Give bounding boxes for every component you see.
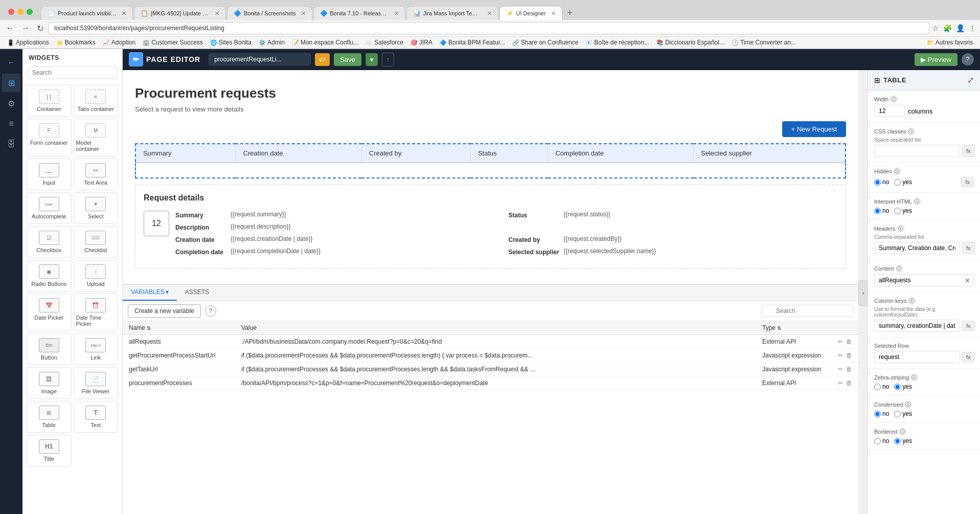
widget-form-container[interactable]: F Form container [27, 119, 72, 157]
collapse-right-panel-button[interactable]: › [858, 280, 868, 306]
column-keys-info-icon[interactable]: ⓘ [908, 297, 916, 304]
col-name-header[interactable]: Name ⇅ [123, 321, 235, 335]
variables-help-button[interactable]: ? [205, 305, 216, 317]
zebra-info-icon[interactable]: ⓘ [910, 374, 918, 381]
interpret-yes-option[interactable]: yes [894, 207, 912, 214]
selected-row-input[interactable] [874, 351, 960, 363]
headers-fx-button[interactable]: fx [962, 242, 975, 254]
widget-container[interactable]: [ ] Container [27, 85, 72, 117]
content-info-icon[interactable]: ⓘ [896, 265, 903, 272]
widget-radio-buttons[interactable]: ◉ Radio Buttons [27, 260, 72, 292]
hidden-yes-option[interactable]: yes [894, 178, 912, 186]
css-classes-input[interactable] [874, 145, 960, 157]
bookmark-time-converter[interactable]: 🕐Time Converter an... [728, 38, 799, 47]
bookmark-inbox[interactable]: 📧Boîte de réception... [582, 38, 652, 47]
widget-image[interactable]: 🖼 Image [27, 367, 72, 399]
bordered-no-option[interactable]: no [874, 437, 889, 444]
back-button[interactable]: ← [4, 23, 16, 34]
delete-var-button[interactable]: 🗑 [846, 352, 852, 359]
headers-info-icon[interactable]: ⓘ [897, 225, 904, 232]
edit-var-button[interactable]: ✏ [838, 338, 843, 345]
interpret-html-info-icon[interactable]: ⓘ [914, 198, 921, 205]
widget-upload[interactable]: ↑ Upload [74, 260, 119, 292]
menu-button[interactable]: ⋮ [969, 24, 976, 32]
sidebar-layers-button[interactable]: ≡ [2, 115, 20, 133]
maximize-button[interactable] [27, 9, 33, 15]
widget-date-time-picker[interactable]: ⏰ Date Time Picker [74, 294, 119, 331]
save-button[interactable]: Save [334, 53, 361, 66]
widget-button[interactable]: Btn Button [27, 333, 72, 365]
close-button[interactable] [8, 9, 14, 15]
minimize-button[interactable] [17, 9, 24, 15]
widget-textarea[interactable]: ≡≡ Text Area [74, 159, 119, 190]
column-keys-fx-button[interactable]: fx [962, 321, 975, 331]
sidebar-widgets-button[interactable]: ⊞ [2, 74, 20, 92]
main-data-table[interactable]: Summary Creation date Created by Status … [135, 143, 846, 178]
reload-button[interactable]: ↻ [35, 23, 45, 34]
tab-close-icon[interactable]: ✕ [487, 10, 492, 17]
width-input[interactable] [874, 105, 905, 117]
sidebar-data-button[interactable]: 🗄 [2, 135, 20, 153]
selected-row-fx-button[interactable]: fx [962, 352, 975, 362]
bookmark-applications[interactable]: 📱Applications [4, 38, 52, 47]
tab-close-icon[interactable]: ✕ [551, 10, 556, 17]
forward-button[interactable]: → [19, 23, 32, 34]
widget-autocomplete[interactable]: user Autocomplete [27, 192, 72, 224]
right-panel-expand-button[interactable]: ⤢ [967, 75, 974, 85]
bookmark-salesforce[interactable]: ☁️Salesforce [362, 38, 406, 47]
bookmark-bonita-bpm[interactable]: 🔷Bonita BPM Featur... [437, 38, 508, 47]
bookmark-jira[interactable]: 🎯JIRA [407, 38, 436, 47]
preview-button[interactable]: ▶ Preview [915, 53, 958, 66]
address-bar[interactable] [49, 22, 929, 34]
edit-var-button[interactable]: ✏ [838, 352, 843, 359]
bookmark-sites-bonita[interactable]: 🌐Sites Bonita [207, 38, 255, 47]
zebra-yes-option[interactable]: yes [894, 383, 912, 390]
tab-close-icon[interactable]: ✕ [215, 10, 219, 17]
condensed-yes-option[interactable]: yes [894, 410, 912, 417]
hidden-info-icon[interactable]: ⓘ [894, 168, 901, 175]
bordered-info-icon[interactable]: ⓘ [899, 428, 906, 435]
tab-ui-designer[interactable]: ⚡ UI Designer ✕ [499, 6, 562, 20]
zebra-no-option[interactable]: no [874, 383, 889, 390]
tab-close-icon[interactable]: ✕ [122, 10, 126, 17]
bookmark-dictionary[interactable]: 📚Diccionario Español... [653, 38, 727, 47]
hidden-no-option[interactable]: no [874, 178, 889, 186]
widget-date-picker[interactable]: 📅 Date Picker [27, 294, 72, 331]
widget-link[interactable]: http:// Link [74, 333, 119, 365]
widget-select[interactable]: ▼ Select [74, 192, 119, 224]
hidden-fx-button[interactable]: fx [961, 177, 974, 187]
tab-jira[interactable]: 📊 Jira Mass Import Template - Go... ✕ [406, 6, 498, 20]
css-fx-button[interactable]: fx [962, 145, 975, 157]
tab-assets[interactable]: ASSETS [177, 284, 217, 301]
tab-bonita-release[interactable]: 🔷 Bonita 7.10 - Release notes ✕ [313, 6, 405, 20]
bordered-yes-option[interactable]: yes [894, 437, 912, 444]
bookmark-adoption[interactable]: 📈Adoption [100, 38, 139, 47]
page-name-input[interactable] [209, 53, 311, 65]
width-info-icon[interactable]: ⓘ [890, 96, 897, 103]
sidebar-back-button[interactable]: ← [2, 53, 20, 72]
widgets-search-input[interactable] [28, 66, 117, 79]
edit-var-button[interactable]: ✏ [838, 366, 843, 373]
tab-product-launch[interactable]: 📄 Product launch visibility - Goog... ✕ [41, 6, 133, 20]
interpret-no-option[interactable]: no [874, 207, 889, 214]
tag-button[interactable]: 🏷 [315, 53, 330, 66]
widget-table[interactable]: ⊞ Table [27, 401, 72, 433]
help-button[interactable]: ? [962, 53, 974, 65]
widget-text[interactable]: T Text [74, 401, 119, 433]
bookmark-bookmarks[interactable]: ⭐Bookmarks [53, 38, 99, 47]
widget-model-container[interactable]: M Model container [74, 119, 119, 157]
widget-checklist[interactable]: ☑☑ Checklist [74, 226, 119, 258]
bookmark-more[interactable]: 📁Autres favoris [924, 38, 976, 47]
bookmark-share-confluence[interactable]: 🔗Share on Confluence [509, 38, 582, 47]
new-tab-button[interactable]: + [563, 7, 577, 19]
widget-title[interactable]: H1 Title [27, 435, 72, 466]
widget-input[interactable]: ___ Input [27, 159, 72, 190]
column-keys-input[interactable] [874, 320, 960, 332]
edit-var-button[interactable]: ✏ [838, 379, 843, 387]
save-dropdown-button[interactable]: ▾ [366, 53, 378, 66]
bookmark-confluence[interactable]: 📝Mon espace Conflu... [289, 38, 361, 47]
deploy-button[interactable]: ↑ [382, 53, 395, 66]
search-variable-input[interactable] [761, 305, 853, 317]
new-request-button[interactable]: + New Request [782, 121, 846, 137]
tab-bonita-screenshots[interactable]: 🔷 Bonita / Screenshots ✕ [227, 6, 312, 20]
